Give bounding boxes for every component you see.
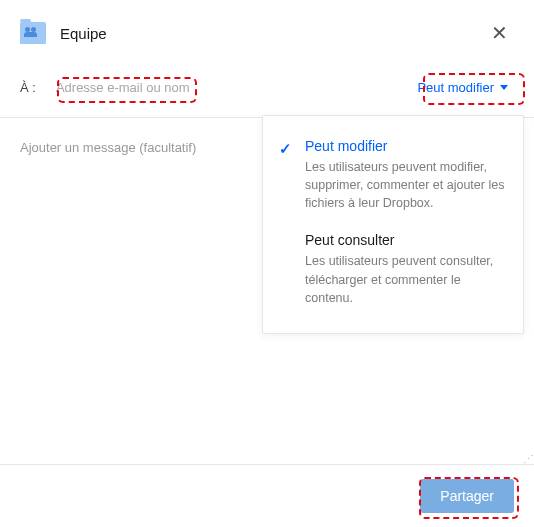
permission-option-edit[interactable]: ✓ Peut modifier Les utilisateurs peuvent… xyxy=(263,130,523,224)
message-input[interactable] xyxy=(20,140,250,155)
chevron-down-icon xyxy=(500,85,508,90)
permission-option-desc: Les utilisateurs peuvent modifier, suppr… xyxy=(305,158,505,212)
close-icon: ✕ xyxy=(491,21,508,45)
permission-menu: ✓ Peut modifier Les utilisateurs peuvent… xyxy=(262,115,524,334)
dialog-header: Equipe ✕ xyxy=(0,0,534,66)
to-label: À : xyxy=(20,80,36,95)
close-button[interactable]: ✕ xyxy=(484,18,514,48)
permission-dropdown[interactable]: Peut modifier xyxy=(411,76,514,99)
permission-option-title: Peut consulter xyxy=(305,232,505,248)
resize-handle-icon: ⋰ xyxy=(523,453,532,466)
recipient-input[interactable] xyxy=(50,76,220,99)
shared-folder-icon xyxy=(20,22,46,44)
permission-option-view[interactable]: Peut consulter Les utilisateurs peuvent … xyxy=(263,224,523,318)
dialog-footer: ⋰ Partager xyxy=(0,464,534,527)
share-button[interactable]: Partager xyxy=(420,479,514,513)
dialog-title: Equipe xyxy=(60,25,470,42)
permission-option-desc: Les utilisateurs peuvent consulter, télé… xyxy=(305,252,505,306)
check-icon: ✓ xyxy=(279,140,292,158)
permission-selected-label: Peut modifier xyxy=(417,80,494,95)
recipient-row: À : Peut modifier xyxy=(0,66,534,117)
permission-option-title: Peut modifier xyxy=(305,138,505,154)
